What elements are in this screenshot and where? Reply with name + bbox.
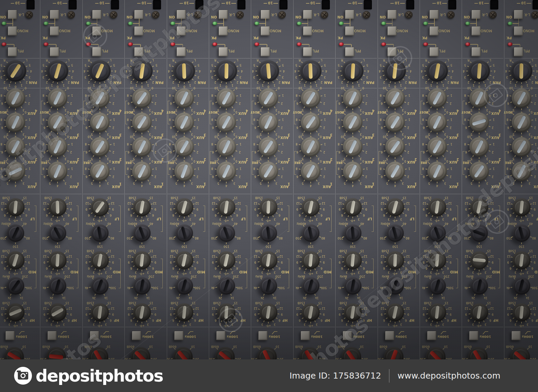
fader-slot[interactable] (533, 0, 538, 9)
aux2-knob[interactable] (512, 137, 531, 157)
aux4-knob[interactable] (385, 88, 405, 108)
hpf-100hz-button[interactable] (174, 331, 184, 340)
lf-gain-knob[interactable] (512, 198, 531, 216)
lf-freq-knob[interactable] (218, 224, 235, 242)
hf-gain-knob[interactable] (470, 303, 488, 321)
hf-gain-knob[interactable] (428, 303, 446, 321)
aux3-knob[interactable] (301, 113, 320, 132)
aux1-knob[interactable] (512, 162, 531, 181)
lr-route-button[interactable] (303, 10, 312, 19)
aux2-knob[interactable] (301, 137, 320, 157)
mono-button[interactable] (219, 26, 228, 36)
hf-gain-knob[interactable] (512, 303, 531, 321)
mid-gain-knob[interactable] (470, 251, 488, 269)
pan-knob[interactable] (174, 60, 195, 82)
mid-freq-knob[interactable] (176, 277, 193, 295)
aux1-knob[interactable] (301, 162, 320, 181)
hf-gain-knob[interactable] (217, 303, 235, 321)
lr-route-button[interactable] (50, 10, 59, 19)
aux1-knob[interactable] (6, 162, 25, 181)
aux3-knob[interactable] (48, 113, 67, 132)
aux2-knob[interactable] (132, 137, 152, 157)
hf-gain-knob[interactable] (302, 303, 320, 321)
lf-freq-knob[interactable] (513, 224, 530, 242)
pfl-button[interactable] (429, 47, 439, 56)
pan-knob[interactable] (47, 60, 68, 82)
aux2-knob[interactable] (6, 137, 25, 157)
fader-slot[interactable] (279, 0, 287, 9)
pfl-button[interactable] (261, 47, 270, 56)
fader-slot[interactable] (69, 0, 77, 9)
fader-slot[interactable] (448, 0, 456, 9)
fader-slot[interactable] (406, 0, 414, 9)
aux1-knob[interactable] (385, 162, 405, 181)
lf-gain-knob[interactable] (175, 198, 193, 216)
hpf-100hz-button[interactable] (301, 331, 310, 340)
mid-gain-knob[interactable] (91, 251, 109, 269)
aux4-knob[interactable] (6, 88, 25, 108)
lf-gain-knob[interactable] (302, 198, 320, 216)
fader-slot[interactable] (111, 0, 119, 9)
mid-gain-knob[interactable] (217, 251, 235, 269)
pfl-button[interactable] (177, 47, 186, 56)
mid-freq-knob[interactable] (7, 277, 24, 295)
fader-slot[interactable] (322, 0, 330, 9)
mono-button[interactable] (345, 26, 354, 36)
lf-gain-knob[interactable] (259, 198, 277, 216)
pfl-button[interactable] (92, 47, 102, 56)
lf-freq-knob[interactable] (49, 224, 66, 242)
lr-route-button[interactable] (92, 10, 102, 19)
pan-knob[interactable] (426, 60, 448, 82)
lr-route-button[interactable] (8, 10, 17, 19)
hpf-100hz-button[interactable] (385, 331, 394, 340)
pfl-button[interactable] (134, 47, 144, 56)
lf-freq-knob[interactable] (133, 224, 151, 242)
mid-gain-knob[interactable] (48, 251, 67, 269)
aux1-knob[interactable] (343, 162, 362, 181)
hf-gain-knob[interactable] (386, 303, 404, 321)
mono-button[interactable] (387, 26, 397, 36)
aux3-knob[interactable] (385, 113, 405, 132)
mid-freq-knob[interactable] (218, 277, 235, 295)
aux1-knob[interactable] (90, 162, 110, 181)
pfl-button[interactable] (219, 47, 228, 56)
aux4-knob[interactable] (343, 88, 362, 108)
pan-knob[interactable] (216, 60, 237, 82)
mono-button[interactable] (471, 26, 481, 36)
mid-freq-knob[interactable] (428, 277, 446, 295)
aux3-knob[interactable] (343, 113, 362, 132)
pan-knob[interactable] (5, 60, 26, 82)
pan-knob[interactable] (131, 60, 153, 82)
input-gain-knob[interactable] (131, 347, 150, 359)
lr-route-button[interactable] (134, 10, 144, 19)
mid-freq-knob[interactable] (513, 277, 530, 295)
aux2-knob[interactable] (90, 137, 110, 157)
aux4-knob[interactable] (301, 88, 320, 108)
mono-button[interactable] (261, 26, 270, 36)
aux4-knob[interactable] (469, 88, 489, 108)
mid-freq-knob[interactable] (344, 277, 361, 295)
aux2-knob[interactable] (343, 137, 362, 157)
aux2-knob[interactable] (427, 137, 447, 157)
aux3-knob[interactable] (90, 113, 110, 132)
pan-knob[interactable] (258, 60, 279, 82)
aux2-knob[interactable] (259, 137, 278, 157)
pfl-button[interactable] (8, 47, 17, 56)
hpf-100hz-button[interactable] (90, 331, 99, 340)
fader-slot[interactable] (195, 0, 203, 9)
mono-button[interactable] (303, 26, 312, 36)
aux4-knob[interactable] (132, 88, 152, 108)
pan-knob[interactable] (468, 60, 490, 82)
hpf-100hz-button[interactable] (511, 331, 521, 340)
hpf-100hz-button[interactable] (5, 331, 15, 340)
mono-button[interactable] (134, 26, 144, 36)
pfl-button[interactable] (471, 47, 481, 56)
aux2-knob[interactable] (469, 137, 489, 157)
aux4-knob[interactable] (175, 88, 194, 108)
aux1-knob[interactable] (132, 162, 152, 181)
mono-button[interactable] (429, 26, 439, 36)
input-gain-knob[interactable] (342, 347, 361, 359)
mid-freq-knob[interactable] (133, 277, 151, 295)
pan-knob[interactable] (511, 60, 532, 82)
aux3-knob[interactable] (512, 113, 531, 132)
